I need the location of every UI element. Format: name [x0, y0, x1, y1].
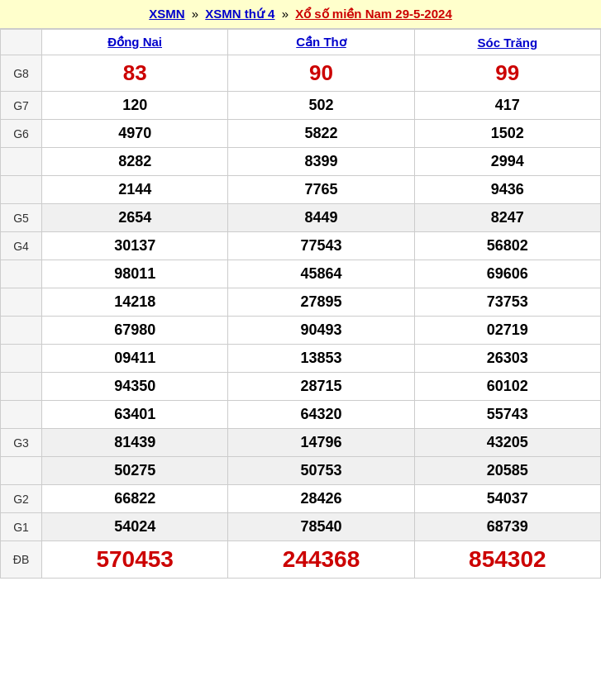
prize-value: 1502: [414, 120, 600, 148]
prize-label: G3: [1, 429, 42, 457]
prize-value: 30137: [42, 232, 228, 260]
prize-value: 77543: [228, 232, 414, 260]
prize-value: 98011: [42, 260, 228, 288]
prize-label: G5: [1, 204, 42, 232]
prize-value: 63401: [42, 401, 228, 429]
link-xsmn-thu4[interactable]: XSMN thứ 4: [205, 7, 274, 21]
prize-value: 60102: [414, 373, 600, 401]
prize-label: [1, 260, 42, 288]
sep1: »: [192, 7, 198, 21]
prize-value: 8399: [228, 148, 414, 176]
prize-value: 50753: [228, 457, 414, 485]
prize-value: 570453: [42, 541, 228, 579]
col-header-dongnai[interactable]: Đồng Nai: [42, 30, 228, 55]
prize-value: 854302: [414, 541, 600, 579]
prize-label: G6: [1, 120, 42, 148]
prize-value: 67980: [42, 317, 228, 345]
lottery-table: Đồng Nai Cần Thơ Sóc Trăng G8839099G7120…: [0, 29, 601, 579]
prize-value: 28715: [228, 373, 414, 401]
prize-value: 81439: [42, 429, 228, 457]
prize-label: [1, 148, 42, 176]
prize-label: [1, 373, 42, 401]
prize-value: 8247: [414, 204, 600, 232]
prize-value: 14796: [228, 429, 414, 457]
sep2: »: [282, 7, 289, 21]
prize-value: 73753: [414, 288, 600, 317]
prize-value: 14218: [42, 288, 228, 317]
prize-value: 20585: [414, 457, 600, 485]
label-col-header: [1, 30, 42, 55]
prize-value: 417: [414, 92, 600, 120]
prize-value: 2994: [414, 148, 600, 176]
prize-value: 54037: [414, 485, 600, 513]
prize-label: [1, 176, 42, 204]
prize-value: 69606: [414, 260, 600, 288]
header-banner: XSMN » XSMN thứ 4 » Xổ số miền Nam 29-5-…: [0, 0, 601, 29]
prize-value: 8282: [42, 148, 228, 176]
prize-value: 7765: [228, 176, 414, 204]
prize-value: 43205: [414, 429, 600, 457]
prize-value: 64320: [228, 401, 414, 429]
col-header-cantho[interactable]: Cần Thơ: [228, 30, 414, 55]
prize-value: 66822: [42, 485, 228, 513]
prize-label: [1, 288, 42, 317]
prize-value: 94350: [42, 373, 228, 401]
prize-label: G1: [1, 513, 42, 541]
prize-label: G8: [1, 55, 42, 92]
prize-value: 120: [42, 92, 228, 120]
prize-value: 5822: [228, 120, 414, 148]
prize-value: 54024: [42, 513, 228, 541]
prize-value: 502: [228, 92, 414, 120]
prize-value: 26303: [414, 345, 600, 373]
prize-value: 09411: [42, 345, 228, 373]
prize-value: 4970: [42, 120, 228, 148]
prize-value: 55743: [414, 401, 600, 429]
prize-value: 45864: [228, 260, 414, 288]
prize-value: 83: [42, 55, 228, 92]
prize-value: 56802: [414, 232, 600, 260]
col-header-soectrang[interactable]: Sóc Trăng: [414, 30, 600, 55]
prize-label: G4: [1, 232, 42, 260]
prize-value: 27895: [228, 288, 414, 317]
prize-value: 244368: [228, 541, 414, 579]
prize-label: [1, 317, 42, 345]
prize-value: 90: [228, 55, 414, 92]
link-xsmn[interactable]: XSMN: [149, 7, 184, 21]
prize-value: 78540: [228, 513, 414, 541]
prize-label: [1, 401, 42, 429]
prize-label: [1, 345, 42, 373]
prize-label: G7: [1, 92, 42, 120]
prize-value: 2144: [42, 176, 228, 204]
prize-value: 68739: [414, 513, 600, 541]
prize-value: 99: [414, 55, 600, 92]
prize-label: [1, 457, 42, 485]
prize-value: 8449: [228, 204, 414, 232]
prize-value: 28426: [228, 485, 414, 513]
page-title: Xổ số miền Nam 29-5-2024: [295, 7, 452, 21]
prize-label: G2: [1, 485, 42, 513]
prize-value: 9436: [414, 176, 600, 204]
prize-value: 2654: [42, 204, 228, 232]
prize-value: 13853: [228, 345, 414, 373]
prize-value: 02719: [414, 317, 600, 345]
prize-value: 90493: [228, 317, 414, 345]
prize-value: 50275: [42, 457, 228, 485]
prize-label: ĐB: [1, 541, 42, 579]
